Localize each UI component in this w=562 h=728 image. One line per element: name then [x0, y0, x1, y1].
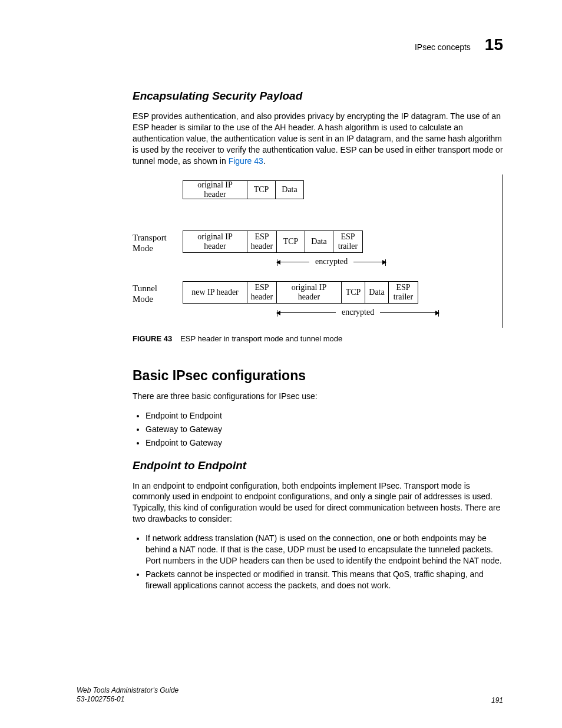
figure-43: original IP header TCP Data Transport Mo…: [133, 174, 503, 328]
cell-t-esp-trailer: ESP trailer: [333, 230, 363, 253]
page: IPsec concepts 15 Encapsulating Security…: [0, 0, 562, 728]
page-footer: Web Tools Administrator's Guide 53-10027…: [77, 686, 503, 704]
figure-43-caption-label: FIGURE 43: [133, 334, 172, 343]
paragraph-e2e: In an endpoint to endpoint configuration…: [133, 480, 503, 525]
page-number: 191: [491, 696, 503, 704]
label-transport-mode: Transport Mode: [133, 232, 167, 253]
paragraph-esp: ESP provides authentication, and also pr…: [133, 111, 503, 166]
heading-basic-configs: Basic IPsec configurations: [133, 368, 503, 384]
footer-book-title: Web Tools Administrator's Guide: [77, 686, 178, 696]
packet-transport: original IP header ESP header TCP Data E…: [183, 230, 363, 253]
list-item: Gateway to Gateway: [146, 424, 503, 435]
footer-doc-number: 53-1002756-01: [77, 695, 178, 704]
header-topic: IPsec concepts: [415, 42, 471, 52]
cell-tcp: TCP: [247, 180, 276, 199]
cell-u-esp-trailer: ESP trailer: [389, 281, 418, 304]
label-transport-mode-text: Transport Mode: [133, 233, 167, 253]
encrypted-label-t: encrypted: [315, 257, 348, 266]
figure-43-caption: FIGURE 43ESP header in transport mode an…: [133, 334, 503, 344]
footer-left: Web Tools Administrator's Guide 53-10027…: [77, 686, 178, 704]
packet-original: original IP header TCP Data: [183, 180, 304, 199]
label-tunnel-mode-text: Tunnel Mode: [133, 284, 157, 304]
cell-u-tcp: TCP: [342, 281, 365, 304]
cell-t-esp-header: ESP header: [247, 230, 277, 253]
figure-right-border: [503, 174, 503, 328]
figure-43-caption-text: ESP header in transport mode and tunnel …: [180, 334, 342, 343]
cell-u-data: Data: [365, 281, 389, 304]
encrypted-span-tunnel: encrypted: [277, 308, 448, 317]
cell-t-tcp: TCP: [277, 230, 305, 253]
cell-data: Data: [276, 180, 304, 199]
list-e2e-drawbacks: If network address translation (NAT) is …: [133, 533, 503, 591]
encrypted-label-u: encrypted: [342, 308, 374, 317]
paragraph-esp-text-b: .: [263, 156, 266, 166]
packet-tunnel: new IP header ESP header original IP hea…: [183, 281, 418, 304]
page-header: IPsec concepts 15: [77, 35, 503, 54]
paragraph-basic-intro: There are three basic configurations for…: [133, 391, 503, 402]
chapter-number: 15: [485, 35, 503, 54]
cell-u-new-ip: new IP header: [183, 281, 247, 304]
list-item: Endpoint to Gateway: [146, 437, 503, 449]
content: Encapsulating Security Payload ESP provi…: [77, 90, 503, 591]
paragraph-esp-text-a: ESP provides authentication, and also pr…: [133, 111, 503, 166]
cell-orig-ip: original IP header: [183, 180, 247, 199]
heading-esp: Encapsulating Security Payload: [133, 90, 503, 103]
list-basic-configs: Endpoint to Endpoint Gateway to Gateway …: [133, 410, 503, 449]
list-item: Endpoint to Endpoint: [146, 410, 503, 421]
cell-u-orig-ip: original IP header: [277, 281, 342, 304]
figure-43-link[interactable]: Figure 43: [229, 156, 263, 166]
list-item: Packets cannot be inspected or modified …: [146, 569, 503, 591]
heading-endpoint-to-endpoint: Endpoint to Endpoint: [133, 459, 503, 472]
label-tunnel-mode: Tunnel Mode: [133, 283, 157, 304]
cell-t-data: Data: [305, 230, 333, 253]
cell-u-esp-header: ESP header: [247, 281, 277, 304]
cell-t-orig-ip: original IP header: [183, 230, 247, 253]
encrypted-span-transport: encrypted: [277, 257, 389, 266]
list-item: If network address translation (NAT) is …: [146, 533, 503, 566]
